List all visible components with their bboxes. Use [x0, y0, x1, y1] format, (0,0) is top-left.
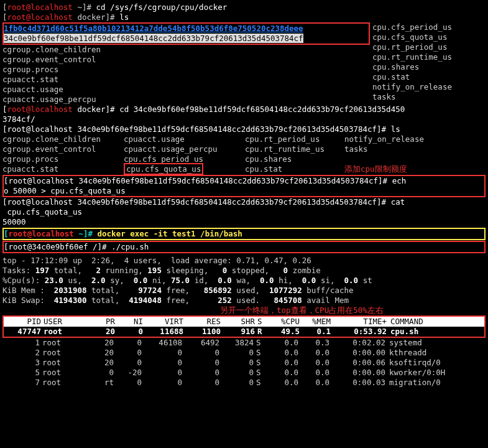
- top-row: 1root2004610864923824S0.00.30:02.02syste…: [2, 338, 486, 348]
- annotation-top: 另开一个终端，top查看，CPU占用在50%左右: [2, 306, 486, 315]
- file: cpu.stat: [372, 72, 452, 82]
- top-mem-line: KiB Mem : 2031908 total, 97724 free, 856…: [2, 286, 486, 296]
- annotation-cpu-limit: 添加cpu限制额度: [344, 164, 407, 174]
- cmd-cd-hash-wrap: 3784cf/: [2, 114, 486, 124]
- top-swap-line: KiB Swap: 4194300 total, 4194048 free, 2…: [2, 296, 486, 306]
- file: cpuacct.usage_percpu: [2, 95, 372, 105]
- file: tasks: [372, 92, 452, 102]
- top-tasks-line: Tasks: 197 total, 2 running, 195 sleepin…: [2, 266, 486, 276]
- file: cpu.cfs_period_us: [372, 22, 452, 32]
- container-hash-2: 34c0e9bf60ef98be11df59dcf68504148cc2dd63…: [4, 34, 369, 44]
- docker-exec-block: [root@localhost ~]# docker exec -it test…: [2, 228, 486, 240]
- top-row: 7rootrt0000S0.00.00:00.03migration/0: [2, 378, 486, 388]
- cmd-cd-hash: [root@localhost docker]# cd 34c0e9bf60ef…: [2, 105, 486, 114]
- cpu-sh-block: [root@34c0e9bf60ef /]# ./cpu.sh: [2, 241, 486, 253]
- file: cpu.shares: [372, 62, 452, 72]
- file: cpu.cfs_quota_us: [372, 32, 452, 42]
- top-table-highlight: PIDUSERPRNIVIRTRESSHRS%CPU%MEMTIME+COMMA…: [2, 315, 486, 338]
- top-row-highlight: 47747root200116881100916R49.50.10:53.92c…: [4, 327, 484, 337]
- top-summary-line: top - 17:12:09 up 2:26, 4 users, load av…: [2, 256, 486, 266]
- top-row: 3root200000S0.00.00:00.06ksoftirqd/0: [2, 358, 486, 368]
- highlighted-file: cpu.cfs_quota_us: [124, 163, 203, 175]
- ls-hash-output: cgroup.clone_childrencpuacct.usagecpu.rt…: [2, 134, 486, 174]
- terminal[interactable]: [root@localhost ~]# cd /sys/fs/cgroup/cp…: [2, 2, 486, 388]
- file: cpuacct.stat: [2, 75, 372, 85]
- top-cpu-line: %Cpu(s): 23.0 us, 2.0 sy, 0.0 ni, 75.0 i…: [2, 276, 486, 286]
- file: cgroup.clone_children: [2, 45, 372, 55]
- file: cgroup.event_control: [2, 55, 372, 65]
- top-header-row: PIDUSERPRNIVIRTRESSHRS%CPU%MEMTIME+COMMA…: [4, 317, 484, 327]
- echo-block: [root@localhost 34c0e9bf60ef98be11df59dc…: [2, 175, 486, 197]
- cmd-ls-hash: [root@localhost 34c0e9bf60ef98be11df59dc…: [2, 124, 486, 134]
- cmd-cd: [root@localhost ~]# cd /sys/fs/cgroup/cp…: [2, 2, 486, 12]
- file: cpu.rt_period_us: [372, 42, 452, 52]
- file: cpu.rt_runtime_us: [372, 52, 452, 62]
- top-row: 5root0-20000S0.00.00:00.00kworker/0:0H: [2, 368, 486, 378]
- container-hash-1: 1fb0c4d371d60c51f5a80b10213412a7dde54b8f…: [4, 24, 369, 34]
- top-row: 2root200000S0.00.00:00.00kthreadd: [2, 348, 486, 358]
- cmd-cat-wrap: cpu.cfs_quota_us: [2, 207, 486, 217]
- cmd-cat: [root@localhost 34c0e9bf60ef98be11df59dc…: [2, 197, 486, 207]
- cat-output: 50000: [2, 217, 486, 227]
- ls-output: 1fb0c4d371d60c51f5a80b10213412a7dde54b8f…: [2, 22, 486, 105]
- file: cpuacct.usage: [2, 85, 372, 95]
- top-output: top - 17:12:09 up 2:26, 4 users, load av…: [2, 256, 486, 388]
- file: cgroup.procs: [2, 65, 372, 75]
- file: notify_on_release: [372, 82, 452, 92]
- cmd-ls: [root@localhost docker]# ls: [2, 12, 486, 22]
